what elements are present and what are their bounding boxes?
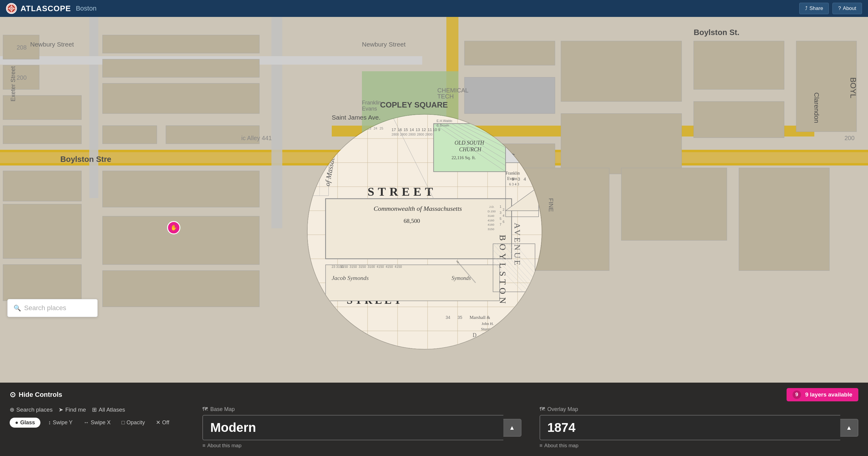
chevron-down-icon: ⊙ [10, 391, 16, 399]
svg-rect-35 [694, 102, 784, 138]
svg-text:200: 200 [844, 135, 855, 141]
svg-text:3600: 3600 [313, 147, 321, 151]
svg-text:4000: 4000 [313, 160, 321, 164]
svg-text:3140: 3140 [488, 214, 495, 218]
svg-text:Newbury Street: Newbury Street [30, 41, 74, 48]
info-icon-base: ≡ [203, 443, 206, 449]
svg-text:4150: 4150 [395, 265, 402, 268]
svg-text:5: 5 [500, 217, 501, 221]
svg-text:4160: 4160 [488, 223, 495, 227]
svg-text:3400: 3400 [313, 141, 321, 146]
svg-text:E.H.Waldo: E.H.Waldo [437, 119, 453, 123]
find-me-button[interactable]: ➤ Find me [59, 406, 86, 413]
svg-rect-26 [102, 171, 259, 207]
svg-text:Marshall &: Marshall & [470, 315, 490, 320]
svg-text:Commonwealth of Massachusetts: Commonwealth of Massachusetts [374, 205, 462, 212]
map-icon-base: 🗺 [203, 406, 208, 412]
svg-text:14: 14 [409, 127, 414, 132]
svg-text:Jacob Symonds: Jacob Symonds [332, 275, 369, 281]
svg-text:D.150: D.150 [488, 209, 496, 213]
svg-text:3: 3 [518, 176, 520, 181]
hide-controls-button[interactable]: ⊙ Hide Controls [10, 391, 62, 399]
share-button[interactable]: ⤴ Share [799, 3, 829, 14]
search-places-label[interactable]: Search places [24, 304, 66, 312]
all-atlases-button[interactable]: ⊞ All Atlases [92, 406, 125, 413]
map-icon-overlay: 🗺 [539, 406, 545, 412]
svg-text:19: 19 [343, 126, 347, 130]
svg-text:4150: 4150 [385, 265, 393, 268]
chevron-up-icon: ▲ [509, 424, 515, 431]
svg-text:BOYL: BOYL [849, 77, 858, 98]
circle-icon: ● [15, 420, 19, 426]
svg-text:2600: 2600 [313, 171, 321, 175]
header-actions: ⤴ Share ? About [799, 3, 862, 14]
svg-text:Exeter Street: Exeter Street [10, 66, 16, 102]
svg-text:J.D.: J.D. [489, 205, 495, 208]
map-container[interactable]: COPLEY SQUARE [0, 17, 868, 456]
svg-text:3150: 3150 [488, 227, 495, 231]
map-lens[interactable]: OLD SOUTH CHURCH 22,116 Sq. ft. Commonwe… [307, 114, 542, 349]
svg-text:Newbury Street: Newbury Street [362, 41, 406, 48]
base-map-arrow[interactable]: ▲ [503, 419, 522, 437]
svg-rect-19 [3, 204, 82, 258]
svg-text:208: 208 [17, 44, 27, 51]
svg-text:2800: 2800 [425, 133, 433, 136]
controls-bar: ⊙ Hide Controls 9 9 layers available ⊕ S… [0, 382, 868, 456]
opacity-button[interactable]: □ Opacity [119, 418, 148, 428]
svg-text:D A R T: D A R T [473, 332, 503, 338]
overlay-map-dropdown: 1874 ▲ [539, 415, 858, 440]
controls-top-row: ⊙ Hide Controls 9 9 layers available [10, 388, 858, 401]
base-map-value: Modern [203, 415, 503, 440]
svg-text:6: 6 [502, 220, 504, 224]
search-places-panel: 🔍 Search places [7, 299, 98, 317]
glass-mode-button[interactable]: ● Glass [10, 418, 40, 428]
swap-vert-icon: ↕ [48, 420, 51, 426]
app-title: ATLASCOPE [21, 4, 71, 13]
grid-icon: ⊞ [92, 406, 97, 413]
svg-rect-40 [621, 168, 727, 240]
overlay-map-about[interactable]: ≡ About this map [539, 443, 858, 449]
svg-rect-18 [3, 171, 82, 201]
app-subtitle: Boston [76, 4, 96, 12]
swipe-y-button[interactable]: ↕ Swipe Y [45, 418, 76, 428]
svg-rect-21 [102, 35, 259, 53]
overlay-map-arrow[interactable]: ▲ [840, 419, 858, 437]
svg-text:23: 23 [368, 126, 371, 130]
off-button[interactable]: ✕ Off [153, 417, 173, 428]
svg-text:13: 13 [415, 127, 420, 132]
svg-text:35: 35 [458, 315, 462, 320]
search-nav-icon: ⊕ [10, 406, 14, 413]
svg-text:2800: 2800 [417, 133, 424, 136]
svg-line-172 [457, 261, 458, 262]
svg-text:3150: 3150 [349, 265, 357, 268]
app-header: ATLASCOPE Boston ⤴ Share ? About [0, 0, 868, 17]
svg-text:Franklin: Franklin [505, 171, 520, 175]
swipe-x-button[interactable]: ↔ Swipe X [81, 418, 114, 428]
historical-map: OLD SOUTH CHURCH 22,116 Sq. ft. Commonwe… [308, 114, 542, 349]
svg-text:COPLEY SQUARE: COPLEY SQUARE [380, 100, 448, 109]
svg-text:18: 18 [338, 126, 341, 130]
overlay-map-label: 🗺 Overlay Map [539, 406, 858, 412]
svg-text:6 3 4 3: 6 3 4 3 [509, 182, 519, 186]
svg-text:Sturgis: Sturgis [481, 327, 492, 331]
base-map-about[interactable]: ≡ About this map [203, 443, 521, 449]
about-button[interactable]: ? About [832, 3, 862, 14]
svg-text:21: 21 [355, 126, 359, 130]
close-icon: ✕ [156, 419, 160, 426]
layers-badge[interactable]: 9 9 layers available [786, 388, 858, 401]
search-places-button[interactable]: ⊕ Search places [10, 406, 53, 413]
info-icon-overlay: ≡ [539, 443, 542, 449]
svg-text:2800: 2800 [408, 133, 415, 136]
svg-text:3: 3 [500, 211, 501, 215]
svg-text:1: 1 [500, 205, 501, 208]
svg-rect-9 [272, 17, 282, 228]
svg-text:11: 11 [428, 127, 432, 132]
svg-text:Boylston Stre: Boylston Stre [60, 154, 111, 164]
svg-rect-27 [102, 216, 259, 264]
svg-text:24: 24 [374, 126, 377, 130]
svg-rect-30 [464, 77, 555, 114]
svg-text:15: 15 [404, 127, 408, 132]
controls-main: ⊕ Search places ➤ Find me ⊞ All Atlases [10, 406, 858, 449]
overlay-map-value: 1874 [539, 415, 840, 440]
svg-text:17: 17 [392, 127, 396, 132]
